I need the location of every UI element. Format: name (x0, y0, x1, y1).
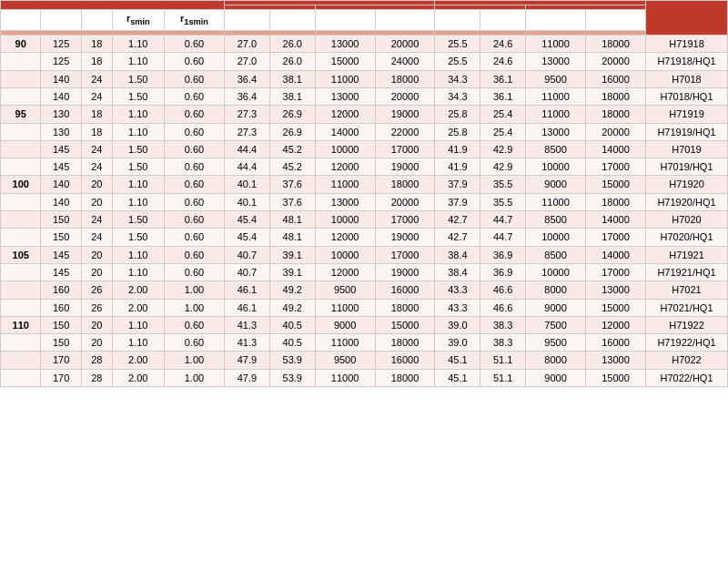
data-cell: 130 (41, 106, 81, 123)
data-cell: 24.6 (480, 53, 526, 70)
bearing-designation-cell: H71921 (646, 246, 728, 263)
table-row: 90125181.100.6027.026.0130002000025.524.… (1, 36, 728, 53)
data-cell: 49.2 (269, 281, 315, 299)
bearing-designations-header (646, 1, 728, 36)
data-cell (1, 53, 41, 70)
data-cell: 39.0 (435, 334, 480, 352)
data-cell: 36.9 (480, 246, 526, 263)
data-cell: 125 (41, 36, 81, 53)
bearing-designation-cell: H7021 (646, 281, 728, 299)
data-cell: 1.50 (112, 88, 164, 106)
table-row: 130181.100.6027.326.9140002200025.825.41… (1, 123, 728, 140)
data-cell: 39.1 (269, 263, 315, 280)
data-cell: 150 (41, 211, 81, 229)
data-cell: 8500 (526, 211, 586, 229)
data-cell (1, 352, 41, 369)
data-cell: 13000 (315, 36, 375, 53)
data-cell: 20 (81, 176, 112, 193)
data-cell: 20000 (375, 193, 435, 210)
data-cell: 1.10 (112, 36, 164, 53)
data-cell: 9500 (526, 70, 586, 87)
data-cell: 10000 (526, 263, 586, 280)
data-cell: 18000 (375, 334, 435, 352)
data-cell: 17000 (585, 158, 645, 176)
table-row: 95130181.100.6027.326.9120001900025.825.… (1, 106, 728, 123)
data-cell: 12000 (315, 263, 375, 280)
data-cell: 16000 (585, 334, 645, 352)
data-cell (1, 334, 41, 352)
table-row: 145241.500.6044.445.2100001700041.942.98… (1, 140, 728, 158)
data-cell: 25.4 (480, 123, 526, 140)
data-cell: 18 (81, 123, 112, 140)
data-cell: 0.60 (164, 88, 224, 106)
data-cell: 24 (81, 88, 112, 106)
data-cell: 2.00 (112, 281, 164, 299)
data-cell: 9000 (526, 299, 586, 316)
col-Cr-15 (225, 10, 270, 31)
data-cell: 1.10 (112, 316, 164, 333)
data-cell: 15000 (585, 369, 645, 386)
data-cell: 34.3 (435, 70, 480, 87)
data-cell: 26.0 (269, 53, 315, 70)
data-cell (1, 123, 41, 140)
data-cell: 0.60 (164, 70, 224, 87)
data-cell: 1.00 (164, 352, 224, 369)
data-cell: 16000 (375, 281, 435, 299)
data-cell: 10000 (315, 246, 375, 263)
data-cell: 42.7 (435, 211, 480, 229)
data-cell: 27.3 (225, 106, 270, 123)
bearing-designation-cell: H7020 (646, 211, 728, 229)
data-cell: 15000 (375, 316, 435, 333)
data-cell: 8500 (526, 246, 586, 263)
data-cell: 11000 (526, 193, 586, 210)
data-cell: 49.2 (269, 299, 315, 316)
col-Grease-15 (315, 10, 375, 31)
data-cell: 16000 (585, 70, 645, 87)
data-cell: 45.4 (225, 211, 270, 229)
data-cell: 170 (41, 352, 81, 369)
table-row: 125181.100.6027.026.0150002400025.524.61… (1, 53, 728, 70)
data-cell: 48.1 (269, 211, 315, 229)
bearing-designation-cell: H71919 (646, 106, 728, 123)
data-cell: 160 (41, 299, 81, 316)
data-cell: 1.50 (112, 158, 164, 176)
table-row: 150201.100.6041.340.5110001800039.038.39… (1, 334, 728, 352)
data-cell: 43.3 (435, 299, 480, 316)
table-row: 140241.500.6036.438.1130002000034.336.11… (1, 88, 728, 106)
bearing-designation-cell: H71922/HQ1 (646, 334, 728, 352)
data-cell: 1.50 (112, 70, 164, 87)
data-cell: 42.9 (480, 140, 526, 158)
data-cell: 40.1 (225, 193, 270, 210)
data-cell: 42.9 (480, 158, 526, 176)
data-cell: 145 (41, 263, 81, 280)
data-cell: 38.3 (480, 334, 526, 352)
data-cell: 9500 (315, 281, 375, 299)
data-cell: 53.9 (269, 352, 315, 369)
data-cell: 38.3 (480, 316, 526, 333)
data-cell: 46.6 (480, 281, 526, 299)
data-cell: 1.00 (164, 281, 224, 299)
data-cell: 25.5 (435, 36, 480, 53)
table-row: 110150201.100.6041.340.590001500039.038.… (1, 316, 728, 333)
data-cell: 13000 (526, 123, 586, 140)
data-cell: 18000 (375, 369, 435, 386)
data-cell: 27.0 (225, 53, 270, 70)
data-cell: 36.4 (225, 88, 270, 106)
data-cell: 19000 (375, 263, 435, 280)
data-cell: 24 (81, 140, 112, 158)
data-cell: 37.6 (269, 193, 315, 210)
data-cell: 95 (1, 106, 41, 123)
data-cell: 41.3 (225, 334, 270, 352)
data-cell: 7500 (526, 316, 586, 333)
data-cell: 17000 (585, 263, 645, 280)
data-cell: 37.6 (269, 176, 315, 193)
col-B (81, 10, 112, 31)
bearing-designation-cell: H71920/HQ1 (646, 193, 728, 210)
data-cell: 13000 (315, 193, 375, 210)
data-cell: 36.1 (480, 70, 526, 87)
table-row: 160262.001.0046.149.295001600043.346.680… (1, 281, 728, 299)
data-cell: 24 (81, 70, 112, 87)
table-row: 150241.500.6045.448.1100001700042.744.78… (1, 211, 728, 229)
data-cell: 46.1 (225, 281, 270, 299)
bearing-designation-cell: H71919/HQ1 (646, 123, 728, 140)
